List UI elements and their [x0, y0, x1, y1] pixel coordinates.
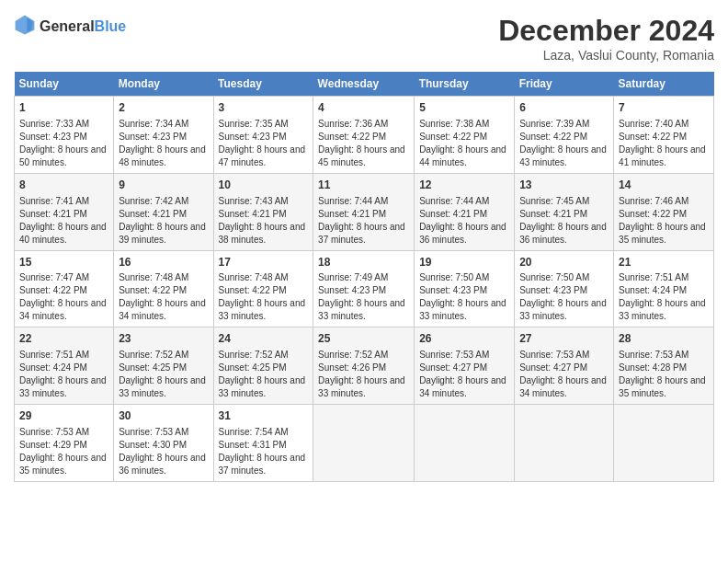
- calendar-cell: 19Sunrise: 7:50 AMSunset: 4:23 PMDayligh…: [415, 250, 515, 327]
- day-number: 4: [318, 100, 409, 116]
- daylight: Daylight: 8 hours and 33 minutes.: [219, 375, 306, 398]
- day-number: 8: [19, 178, 108, 193]
- calendar-cell: 15Sunrise: 7:47 AMSunset: 4:22 PMDayligh…: [15, 250, 114, 327]
- sunset: Sunset: 4:21 PM: [19, 209, 87, 219]
- calendar-cell: 17Sunrise: 7:48 AMSunset: 4:22 PMDayligh…: [213, 250, 313, 327]
- sunrise: Sunrise: 7:43 AM: [219, 196, 289, 206]
- sunrise: Sunrise: 7:42 AM: [119, 196, 188, 206]
- sunset: Sunset: 4:22 PM: [619, 209, 687, 219]
- sunset: Sunset: 4:23 PM: [519, 285, 587, 295]
- daylight: Daylight: 8 hours and 34 minutes.: [19, 298, 107, 321]
- sunrise: Sunrise: 7:38 AM: [419, 119, 489, 129]
- day-number: 11: [318, 178, 409, 193]
- calendar-cell: 21Sunrise: 7:51 AMSunset: 4:24 PMDayligh…: [614, 250, 714, 327]
- sunrise: Sunrise: 7:53 AM: [19, 427, 89, 437]
- sunrise: Sunrise: 7:51 AM: [19, 350, 89, 360]
- sunrise: Sunrise: 7:53 AM: [119, 427, 188, 437]
- daylight: Daylight: 8 hours and 34 minutes.: [419, 375, 506, 398]
- day-number: 9: [119, 178, 208, 193]
- calendar-cell: 8Sunrise: 7:41 AMSunset: 4:21 PMDaylight…: [15, 173, 114, 250]
- daylight: Daylight: 8 hours and 35 minutes.: [19, 453, 107, 476]
- col-wednesday: Wednesday: [313, 72, 415, 97]
- daylight: Daylight: 8 hours and 38 minutes.: [219, 222, 306, 245]
- sunset: Sunset: 4:22 PM: [219, 285, 287, 295]
- daylight: Daylight: 8 hours and 45 minutes.: [318, 144, 405, 167]
- sunrise: Sunrise: 7:48 AM: [119, 272, 188, 282]
- calendar-cell: [313, 405, 415, 482]
- daylight: Daylight: 8 hours and 33 minutes.: [19, 375, 107, 398]
- day-number: 26: [419, 331, 509, 347]
- sunset: Sunset: 4:23 PM: [419, 285, 487, 295]
- sunset: Sunset: 4:27 PM: [519, 362, 587, 373]
- day-number: 15: [19, 255, 108, 270]
- calendar-week-row: 22Sunrise: 7:51 AMSunset: 4:24 PMDayligh…: [15, 327, 714, 405]
- calendar-cell: 16Sunrise: 7:48 AMSunset: 4:22 PMDayligh…: [114, 250, 213, 327]
- day-number: 1: [19, 100, 108, 116]
- day-number: 24: [219, 331, 309, 347]
- sunrise: Sunrise: 7:44 AM: [318, 196, 388, 206]
- sunrise: Sunrise: 7:34 AM: [119, 119, 188, 129]
- col-tuesday: Tuesday: [213, 72, 313, 97]
- calendar-cell: 1Sunrise: 7:33 AMSunset: 4:23 PMDaylight…: [15, 97, 114, 174]
- daylight: Daylight: 8 hours and 33 minutes.: [519, 298, 607, 321]
- sunrise: Sunrise: 7:48 AM: [219, 272, 289, 282]
- sunrise: Sunrise: 7:50 AM: [519, 272, 589, 282]
- sunrise: Sunrise: 7:47 AM: [19, 272, 89, 282]
- daylight: Daylight: 8 hours and 34 minutes.: [519, 375, 607, 398]
- day-number: 18: [318, 255, 409, 270]
- daylight: Daylight: 8 hours and 40 minutes.: [19, 222, 107, 245]
- day-number: 5: [419, 100, 509, 116]
- sunrise: Sunrise: 7:36 AM: [318, 119, 388, 129]
- daylight: Daylight: 8 hours and 37 minutes.: [318, 222, 405, 245]
- calendar-cell: 23Sunrise: 7:52 AMSunset: 4:25 PMDayligh…: [114, 327, 213, 405]
- header: GeneralBlue December 2024 Laza, Vaslui C…: [14, 14, 714, 63]
- calendar-cell: 24Sunrise: 7:52 AMSunset: 4:25 PMDayligh…: [213, 327, 313, 405]
- daylight: Daylight: 8 hours and 33 minutes.: [318, 298, 405, 321]
- sunset: Sunset: 4:21 PM: [219, 209, 287, 219]
- sunrise: Sunrise: 7:44 AM: [419, 196, 489, 206]
- daylight: Daylight: 8 hours and 50 minutes.: [19, 144, 107, 167]
- calendar-cell: 28Sunrise: 7:53 AMSunset: 4:28 PMDayligh…: [614, 327, 714, 405]
- calendar-cell: [614, 405, 714, 482]
- daylight: Daylight: 8 hours and 35 minutes.: [619, 222, 706, 245]
- col-monday: Monday: [114, 72, 213, 97]
- sunrise: Sunrise: 7:39 AM: [519, 119, 589, 129]
- day-number: 25: [318, 331, 409, 347]
- sunrise: Sunrise: 7:53 AM: [619, 350, 688, 360]
- sunrise: Sunrise: 7:45 AM: [519, 196, 589, 206]
- day-number: 31: [219, 408, 309, 424]
- logo-icon: [14, 14, 36, 36]
- daylight: Daylight: 8 hours and 36 minutes.: [419, 222, 506, 245]
- daylight: Daylight: 8 hours and 35 minutes.: [619, 375, 706, 398]
- day-number: 27: [519, 331, 609, 347]
- sunrise: Sunrise: 7:49 AM: [318, 272, 388, 282]
- day-number: 3: [219, 100, 309, 116]
- daylight: Daylight: 8 hours and 34 minutes.: [119, 298, 206, 321]
- page-container: GeneralBlue December 2024 Laza, Vaslui C…: [0, 0, 728, 491]
- sunset: Sunset: 4:21 PM: [318, 209, 386, 219]
- sunset: Sunset: 4:22 PM: [519, 132, 587, 142]
- sunset: Sunset: 4:28 PM: [619, 362, 687, 373]
- calendar-cell: [415, 405, 515, 482]
- calendar-cell: 26Sunrise: 7:53 AMSunset: 4:27 PMDayligh…: [415, 327, 515, 405]
- calendar-cell: 20Sunrise: 7:50 AMSunset: 4:23 PMDayligh…: [515, 250, 614, 327]
- calendar-cell: 5Sunrise: 7:38 AMSunset: 4:22 PMDaylight…: [415, 97, 515, 174]
- logo-general: GeneralBlue: [40, 18, 126, 35]
- sunset: Sunset: 4:23 PM: [318, 285, 386, 295]
- day-number: 16: [119, 255, 208, 270]
- sunrise: Sunrise: 7:52 AM: [318, 350, 388, 360]
- title-area: December 2024 Laza, Vaslui County, Roman…: [498, 14, 714, 63]
- calendar-cell: 10Sunrise: 7:43 AMSunset: 4:21 PMDayligh…: [213, 173, 313, 250]
- sunrise: Sunrise: 7:41 AM: [19, 196, 89, 206]
- sunrise: Sunrise: 7:33 AM: [19, 119, 89, 129]
- daylight: Daylight: 8 hours and 47 minutes.: [219, 144, 306, 167]
- day-number: 17: [219, 255, 309, 270]
- sunset: Sunset: 4:27 PM: [419, 362, 487, 373]
- sunset: Sunset: 4:23 PM: [19, 132, 87, 142]
- sunrise: Sunrise: 7:40 AM: [619, 119, 688, 129]
- calendar-cell: 13Sunrise: 7:45 AMSunset: 4:21 PMDayligh…: [515, 173, 614, 250]
- sunrise: Sunrise: 7:50 AM: [419, 272, 489, 282]
- day-number: 21: [619, 255, 709, 270]
- calendar-cell: 11Sunrise: 7:44 AMSunset: 4:21 PMDayligh…: [313, 173, 415, 250]
- day-number: 14: [619, 178, 709, 193]
